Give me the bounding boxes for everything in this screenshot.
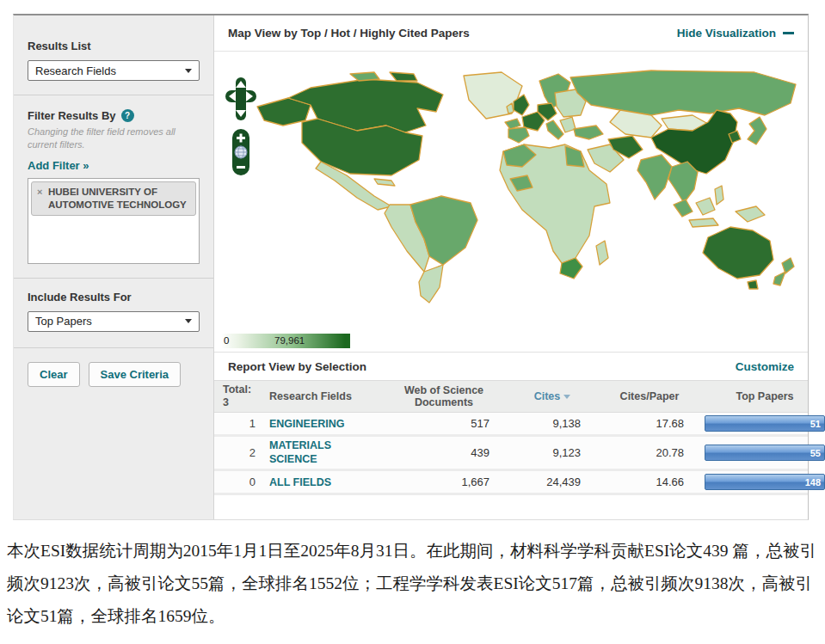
active-filters-box: × HUBEI UNIVERSITY OF AUTOMOTIVE TECHNOL…	[28, 178, 200, 264]
top-papers-bar: 51	[705, 415, 825, 432]
total-label: Total:	[223, 383, 262, 396]
sidebar: Results List Research Fields Filter Resu…	[14, 15, 214, 519]
include-results-dropdown[interactable]: Top Papers	[28, 311, 200, 332]
row-cites: 24,439	[510, 475, 594, 488]
filter-note: Changing the filter field removes all cu…	[28, 126, 200, 151]
table-row: 0 ALL FIELDS 1,667 24,439 14.66 148	[214, 471, 808, 495]
esi-panel: Results List Research Fields Filter Resu…	[13, 14, 809, 520]
top-papers-value: 148	[805, 477, 821, 488]
results-list-dropdown[interactable]: Research Fields	[28, 60, 200, 81]
report-view-title: Report View by Selection	[228, 360, 366, 373]
total-value: 3	[223, 396, 262, 409]
row-cites-per-paper: 20.78	[601, 446, 698, 459]
hide-visualization-link[interactable]: Hide Visualization	[677, 27, 794, 40]
chevron-down-icon	[185, 69, 192, 73]
research-field-link[interactable]: ENGINEERING	[269, 418, 345, 432]
map-view-header: Map View by Top / Hot / Highly Cited Pap…	[214, 15, 808, 52]
top-papers-bar: 148	[705, 474, 825, 490]
include-results-selected-value: Top Papers	[35, 315, 92, 328]
table-row: 1 ENGINEERING 517 9,138 17.68 51	[214, 413, 808, 437]
criteria-actions: Clear Save Criteria	[14, 348, 213, 401]
row-docs: 439	[385, 446, 503, 459]
results-list-section: Results List Research Fields	[14, 15, 213, 95]
map-legend: 0 79,961	[214, 334, 808, 352]
pan-arrows-icon[interactable]	[225, 77, 256, 120]
legend-max-value: 79,961	[274, 335, 305, 346]
row-cites-per-paper: 17.68	[601, 417, 698, 430]
globe-icon	[235, 146, 247, 158]
filter-section: Filter Results By ? Changing the filter …	[14, 95, 213, 279]
help-icon[interactable]: ?	[121, 109, 134, 122]
results-list-label: Results List	[28, 40, 200, 52]
column-header-wos-documents: Web of Science Documents	[385, 384, 503, 408]
sort-desc-icon	[563, 395, 570, 399]
legend-min-value: 0	[224, 335, 229, 346]
row-rank: 0	[223, 475, 262, 488]
row-cites: 9,123	[510, 446, 594, 459]
world-map[interactable]	[214, 52, 808, 334]
remove-filter-icon[interactable]: ×	[37, 186, 42, 198]
column-header-research-fields: Research Fields	[269, 390, 378, 402]
zoom-out-icon	[237, 166, 245, 169]
filter-results-by-label: Filter Results By	[28, 109, 116, 122]
include-results-section: Include Results For Top Papers	[14, 279, 213, 348]
total-header: Total: 3	[223, 383, 262, 409]
report-view-header: Report View by Selection Customize	[214, 352, 808, 380]
customize-link[interactable]: Customize	[736, 360, 794, 373]
row-cites-per-paper: 14.66	[601, 475, 698, 488]
collapse-icon	[783, 32, 794, 34]
row-cites: 9,138	[510, 417, 594, 430]
legend-gradient-bar: 0 79,961	[221, 334, 350, 348]
filter-tag-label: HUBEI UNIVERSITY OF AUTOMOTIVE TECHNOLOG…	[48, 187, 187, 210]
results-list-selected-value: Research Fields	[35, 64, 116, 77]
table-header-row: Total: 3 Research Fields Web of Science …	[214, 380, 808, 413]
main-content: Map View by Top / Hot / Highly Cited Pap…	[214, 15, 808, 519]
map-view-title: Map View by Top / Hot / Highly Cited Pap…	[228, 27, 470, 40]
row-rank: 2	[223, 446, 262, 459]
top-papers-value: 55	[810, 448, 821, 458]
filter-tag[interactable]: × HUBEI UNIVERSITY OF AUTOMOTIVE TECHNOL…	[31, 181, 196, 216]
row-rank: 1	[223, 417, 262, 430]
top-papers-bar: 55	[705, 445, 825, 461]
summary-text: 本次ESI数据统计周期为2015年1月1日至2025年8月31日。在此期间，材料…	[7, 535, 822, 633]
clear-button[interactable]: Clear	[28, 362, 80, 387]
top-papers-value: 51	[810, 419, 821, 429]
chevron-down-icon	[185, 319, 192, 323]
map-controls	[225, 77, 256, 175]
column-header-cites: Cites	[534, 390, 561, 402]
report-table: Total: 3 Research Fields Web of Science …	[214, 380, 808, 495]
save-criteria-button[interactable]: Save Criteria	[89, 362, 182, 387]
cites-sort-button[interactable]: Cites	[510, 390, 594, 402]
world-map-svg	[214, 52, 808, 334]
table-row: 2 MATERIALS SCIENCE 439 9,123 20.78 55	[214, 437, 808, 471]
column-header-top-papers: Top Papers	[705, 390, 825, 402]
hide-visualization-label: Hide Visualization	[677, 27, 776, 40]
include-results-label: Include Results For	[28, 291, 200, 304]
row-docs: 517	[385, 417, 503, 430]
research-field-link[interactable]: MATERIALS SCIENCE	[269, 439, 378, 466]
map-zoom-control[interactable]	[232, 129, 249, 175]
research-field-link[interactable]: ALL FIELDS	[269, 476, 331, 490]
column-header-cites-per-paper: Cites/Paper	[601, 390, 698, 402]
row-docs: 1,667	[385, 475, 503, 488]
add-filter-link[interactable]: Add Filter »	[28, 159, 89, 172]
